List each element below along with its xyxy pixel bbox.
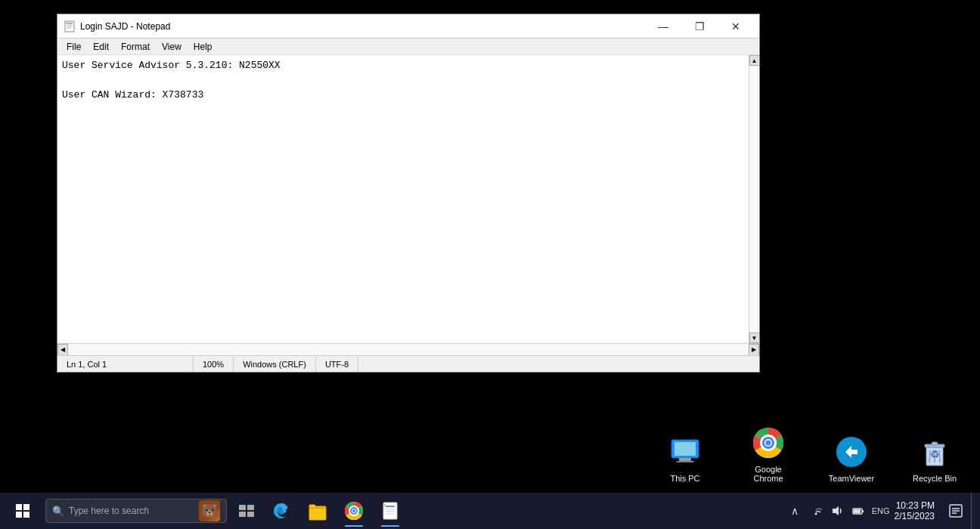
notification-button[interactable] — [944, 493, 968, 529]
svg-marker-42 — [833, 506, 839, 515]
desktop: Login SAJD - Notepad — ❐ ✕ File Edit For… — [0, 0, 980, 529]
file-explorer-icon — [307, 500, 328, 521]
desktop-icon-this-pc[interactable]: This PC — [655, 434, 715, 484]
desktop-icon-recycle-bin[interactable]: ♻ Recycle Bin — [904, 434, 965, 484]
desktop-icons: This PC — [655, 425, 965, 484]
menu-view[interactable]: View — [156, 40, 188, 54]
cursor-position: Ln 1, Col 1 — [57, 356, 194, 372]
scroll-right-button[interactable] — [749, 344, 759, 356]
desktop-icon-google-chrome[interactable]: Google Chrome — [738, 425, 799, 484]
taskbar-notepad-button[interactable] — [372, 493, 408, 529]
taskbar-search[interactable]: 🔍 Type here to search 🐻 — [45, 499, 227, 523]
speaker-icon — [831, 505, 843, 517]
svg-rect-5 — [64, 22, 67, 23]
svg-point-14 — [766, 441, 771, 446]
tray-overflow-button[interactable]: ∧ — [786, 502, 804, 520]
show-desktop-button[interactable] — [971, 493, 977, 529]
line-ending: Windows (CRLF) — [234, 356, 316, 372]
close-button[interactable]: ✕ — [718, 14, 753, 39]
menu-bar: File Edit Format View Help — [57, 39, 759, 55]
svg-rect-25 — [247, 505, 254, 510]
battery-icon[interactable] — [849, 502, 867, 520]
chrome-taskbar-icon — [343, 500, 364, 521]
search-placeholder-text: Type here to search — [69, 506, 149, 516]
volume-icon[interactable] — [828, 502, 846, 520]
taskbar-chrome-button[interactable] — [336, 493, 372, 529]
title-bar: Login SAJD - Notepad — ❐ ✕ — [57, 14, 759, 39]
notepad-app-icon — [64, 20, 76, 32]
window-title: Login SAJD - Notepad — [80, 21, 646, 32]
svg-rect-37 — [386, 509, 395, 510]
svg-rect-19 — [932, 442, 938, 445]
clock[interactable]: 10:23 PM 2/15/2023 — [895, 500, 935, 521]
teamviewer-label: TeamViewer — [826, 473, 877, 484]
scroll-left-button[interactable] — [57, 344, 68, 356]
svg-rect-2 — [67, 24, 73, 25]
notification-icon — [949, 504, 963, 518]
clock-date: 2/15/2023 — [895, 511, 935, 521]
svg-rect-1 — [67, 23, 73, 24]
system-tray: ∧ — [786, 493, 977, 529]
wifi-icon — [810, 505, 822, 517]
this-pc-icon — [667, 434, 703, 470]
maximize-button[interactable]: ❐ — [682, 14, 717, 39]
menu-format[interactable]: Format — [115, 40, 156, 54]
google-chrome-icon — [750, 425, 786, 461]
notepad-window: Login SAJD - Notepad — ❐ ✕ File Edit For… — [57, 14, 760, 373]
vertical-scrollbar[interactable] — [749, 55, 759, 343]
svg-rect-7 — [675, 442, 696, 456]
start-button[interactable] — [3, 493, 42, 529]
horizontal-scrollbar[interactable] — [57, 343, 759, 355]
windows-logo-icon — [16, 504, 29, 518]
svg-rect-40 — [383, 504, 386, 506]
text-editor[interactable]: User Service Advisor 5.3.210: N2550XX Us… — [57, 55, 749, 343]
taskbar-file-explorer-button[interactable] — [299, 493, 336, 529]
this-pc-label: This PC — [667, 473, 702, 484]
svg-rect-24 — [239, 505, 246, 510]
edge-icon — [271, 500, 292, 521]
taskbar: 🔍 Type here to search 🐻 — [0, 493, 980, 529]
menu-edit[interactable]: Edit — [87, 40, 115, 54]
svg-rect-44 — [862, 510, 864, 512]
notepad-content-area: User Service Advisor 5.3.210: N2550XX Us… — [57, 55, 759, 343]
scroll-up-button[interactable] — [749, 55, 760, 66]
recycle-bin-icon: ♻ — [916, 434, 953, 470]
scroll-track[interactable] — [749, 66, 759, 333]
svg-rect-28 — [309, 508, 326, 520]
svg-rect-26 — [239, 512, 246, 517]
zoom-level: 100% — [194, 356, 234, 372]
search-mascot-icon: 🐻 — [199, 500, 220, 521]
menu-help[interactable]: Help — [188, 40, 219, 54]
svg-point-34 — [352, 509, 355, 512]
svg-rect-4 — [67, 27, 71, 28]
desktop-icon-teamviewer[interactable]: TeamViewer — [821, 434, 882, 484]
notepad-taskbar-icon — [380, 500, 401, 521]
network-icon[interactable] — [807, 502, 825, 520]
svg-rect-8 — [679, 458, 691, 461]
task-view-icon — [239, 505, 254, 517]
window-controls: — ❐ ✕ — [646, 14, 753, 39]
svg-text:♻: ♻ — [930, 448, 940, 460]
google-chrome-label: Google Chrome — [738, 464, 799, 484]
encoding: UTF-8 — [316, 356, 358, 372]
scroll-down-button[interactable] — [749, 333, 760, 343]
svg-rect-27 — [247, 512, 254, 517]
language-icon[interactable]: ENG — [870, 502, 892, 520]
svg-rect-3 — [67, 26, 73, 26]
search-icon: 🔍 — [52, 506, 64, 517]
svg-rect-45 — [854, 509, 861, 513]
svg-rect-9 — [676, 461, 694, 462]
minimize-button[interactable]: — — [646, 14, 681, 39]
teamviewer-icon — [833, 434, 870, 470]
svg-rect-36 — [386, 506, 395, 507]
clock-time: 10:23 PM — [896, 500, 935, 511]
scroll-h-track[interactable] — [68, 344, 749, 355]
status-bar: Ln 1, Col 1 100% Windows (CRLF) UTF-8 — [57, 355, 759, 372]
recycle-bin-label: Recycle Bin — [910, 473, 960, 484]
battery-svg-icon — [852, 505, 864, 517]
taskbar-edge-button[interactable] — [263, 493, 299, 529]
svg-rect-39 — [386, 513, 392, 515]
menu-file[interactable]: File — [60, 40, 87, 54]
task-view-button[interactable] — [230, 493, 263, 529]
svg-rect-38 — [386, 511, 395, 512]
